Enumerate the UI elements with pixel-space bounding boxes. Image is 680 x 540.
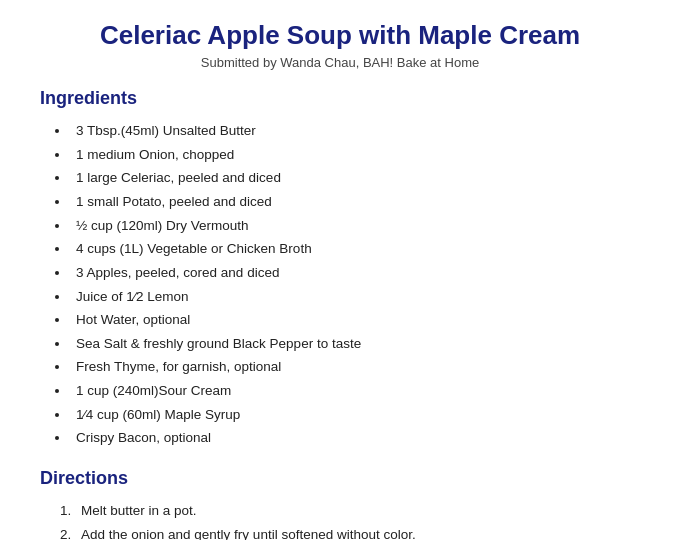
list-item: 3 Apples, peeled, cored and diced: [70, 261, 640, 285]
list-item: Add the onion and gently fry until softe…: [75, 523, 640, 540]
recipe-title: Celeriac Apple Soup with Maple Cream: [40, 20, 640, 51]
directions-section: Directions Melt butter in a pot.Add the …: [40, 468, 640, 540]
ingredients-heading: Ingredients: [40, 88, 640, 109]
list-item: Hot Water, optional: [70, 308, 640, 332]
list-item: Fresh Thyme, for garnish, optional: [70, 355, 640, 379]
ingredients-section: Ingredients 3 Tbsp.(45ml) Unsalted Butte…: [40, 88, 640, 450]
list-item: Melt butter in a pot.: [75, 499, 640, 523]
list-item: Juice of 1⁄2 Lemon: [70, 285, 640, 309]
list-item: Sea Salt & freshly ground Black Pepper t…: [70, 332, 640, 356]
recipe-subtitle: Submitted by Wanda Chau, BAH! Bake at Ho…: [40, 55, 640, 70]
list-item: 1 large Celeriac, peeled and diced: [70, 166, 640, 190]
list-item: 1 cup (240ml)Sour Cream: [70, 379, 640, 403]
list-item: 4 cups (1L) Vegetable or Chicken Broth: [70, 237, 640, 261]
list-item: ½ cup (120ml) Dry Vermouth: [70, 214, 640, 238]
list-item: Crispy Bacon, optional: [70, 426, 640, 450]
directions-heading: Directions: [40, 468, 640, 489]
list-item: 3 Tbsp.(45ml) Unsalted Butter: [70, 119, 640, 143]
directions-list: Melt butter in a pot.Add the onion and g…: [40, 499, 640, 540]
list-item: 1 medium Onion, chopped: [70, 143, 640, 167]
list-item: 1 small Potato, peeled and diced: [70, 190, 640, 214]
ingredients-list: 3 Tbsp.(45ml) Unsalted Butter1 medium On…: [40, 119, 640, 450]
list-item: 1⁄4 cup (60ml) Maple Syrup: [70, 403, 640, 427]
